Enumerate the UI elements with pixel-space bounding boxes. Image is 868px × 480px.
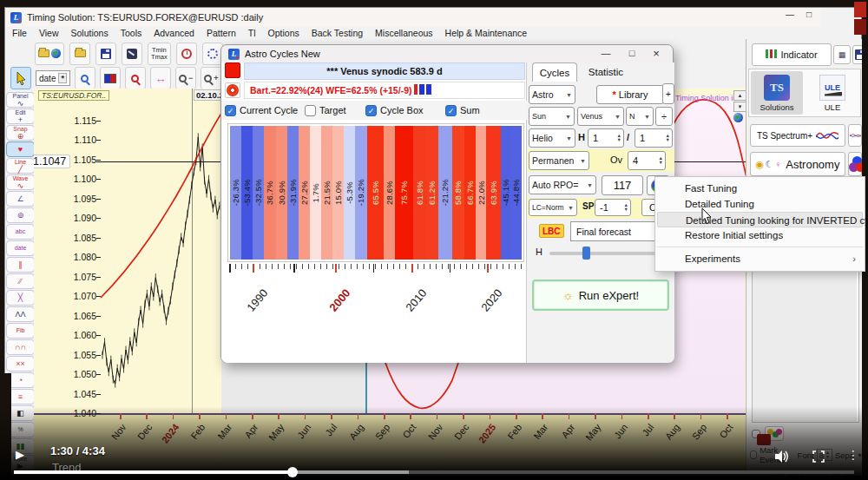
date-step-extra-button[interactable]: *: [58, 73, 67, 83]
menu-item-back-testing[interactable]: Back Testing: [312, 28, 363, 38]
menu-item-tl[interactable]: Tl: [248, 28, 256, 38]
heatmap-band[interactable]: 36.7%: [264, 126, 275, 260]
scroll-up-button[interactable]: ▲: [733, 90, 746, 101]
open-chart-button[interactable]: [35, 43, 64, 65]
harmonic1-spinner[interactable]: 1▲▼: [588, 128, 624, 148]
harmonic2-spinner[interactable]: 1▲▼: [635, 128, 673, 148]
sp-spinner[interactable]: -1▲▼: [595, 199, 631, 216]
checkbox-sum[interactable]: ✓Sum: [445, 105, 480, 116]
lc-dropdown[interactable]: LC=Norm▼: [529, 199, 577, 216]
context-menu-item-detailed-tuning-looking-for-in[interactable]: Detailed Tuning looking for INVERTED cyc…: [657, 212, 863, 227]
body2-dropdown[interactable]: Venus▼: [577, 107, 624, 126]
checkbox-current-cycle[interactable]: ✓Current Cycle: [225, 105, 298, 116]
h-slider-track[interactable]: [549, 252, 657, 255]
helio-dropdown[interactable]: Helio▼: [529, 128, 575, 148]
solutions-module-button[interactable]: TS Solutions: [751, 71, 803, 115]
heatmap-band[interactable]: 61.2%: [426, 126, 437, 260]
dialog-maximize-button[interactable]: □: [621, 47, 643, 61]
heatmap-band[interactable]: 75.7%: [395, 126, 413, 260]
checkbox-target[interactable]: Target: [305, 105, 346, 116]
overtones-spinner[interactable]: 4▲▼: [628, 151, 666, 170]
heatmap-band[interactable]: -5.3%: [344, 126, 355, 260]
panel-tool[interactable]: Panel∿: [6, 92, 35, 108]
heatmap-band[interactable]: 30.9%: [276, 126, 287, 260]
final-forecast-field[interactable]: Final forecast: [570, 221, 667, 241]
maximize-button[interactable]: □: [799, 9, 819, 22]
heatmap-band[interactable]: 21.5%: [321, 126, 332, 260]
heatmap-band[interactable]: -53.4%: [241, 126, 253, 260]
library-button[interactable]: * Library: [596, 85, 664, 104]
image-button[interactable]: ▦: [833, 45, 851, 64]
heatmap-band[interactable]: 27.2%: [299, 126, 310, 260]
line-tool[interactable]: Line╱: [6, 158, 35, 174]
heatmap-band[interactable]: 58.8%: [452, 126, 464, 260]
video-play-icon[interactable]: ▶: [16, 448, 24, 461]
heatmap-band[interactable]: -31.9%: [287, 126, 299, 260]
heatmap-band[interactable]: 22.0%: [476, 126, 486, 260]
open-folder-button[interactable]: [69, 43, 90, 65]
channel-tool[interactable]: ∥: [6, 257, 35, 273]
heatmap-band[interactable]: -32.5%: [253, 126, 264, 260]
context-menu-item-restore-initial-settings[interactable]: Restore Initial settings: [655, 227, 865, 243]
heatmap-band[interactable]: 15.0%: [332, 126, 344, 260]
snap-tool[interactable]: Snap⊕: [6, 125, 35, 141]
zoom-out-button[interactable]: −: [175, 67, 196, 89]
planet-colors-button[interactable]: [848, 152, 862, 176]
h-slider-thumb[interactable]: [582, 247, 590, 260]
heatmap-band[interactable]: -45.1%: [501, 126, 511, 260]
volume-icon[interactable]: [775, 450, 791, 463]
downloader-button[interactable]: [122, 43, 142, 65]
menu-item-view[interactable]: View: [39, 28, 59, 38]
heatmap-band[interactable]: 66.7%: [464, 126, 476, 260]
color-square-button[interactable]: [100, 67, 121, 89]
heatmap-band[interactable]: 61.8%: [413, 126, 426, 260]
heatmap-band[interactable]: 65.5%: [367, 126, 384, 260]
arcs-tool[interactable]: ∩∩: [6, 339, 35, 355]
kebab-menu-icon[interactable]: ⋮: [847, 448, 859, 462]
video-progress-bar[interactable]: [14, 470, 854, 474]
heatmap-band[interactable]: -44.8%: [511, 126, 522, 260]
mark-events-checkbox[interactable]: [750, 450, 757, 459]
menu-item-pattern[interactable]: Pattern: [207, 28, 236, 38]
auto-rpo-dropdown[interactable]: Auto RPO=▼: [529, 175, 596, 194]
planets-tool[interactable]: ⊚: [6, 207, 35, 223]
fib-tool[interactable]: Fib: [6, 323, 35, 339]
zoom-region-button[interactable]: [125, 67, 146, 89]
dialog-close-button[interactable]: ×: [645, 47, 667, 61]
tab-statistic[interactable]: Statistic: [581, 62, 631, 82]
wave-tool[interactable]: Wave∿: [6, 174, 35, 190]
edit-tool[interactable]: Edit+: [6, 108, 35, 124]
tmin-tmax-button[interactable]: TminTmax: [148, 43, 171, 65]
save-button[interactable]: [95, 43, 116, 65]
permanent-dropdown[interactable]: Permanen▼: [529, 151, 589, 170]
favorite-tool[interactable]: ♥: [6, 141, 35, 157]
horizontal-range-button[interactable]: ↔: [150, 67, 171, 89]
date-step-field[interactable]: date*: [36, 70, 70, 86]
heatmap-band[interactable]: -19.2%: [355, 126, 366, 260]
text-tool[interactable]: abc: [6, 224, 35, 240]
tab-cycles[interactable]: Cycles: [532, 62, 577, 82]
menu-item-advanced[interactable]: Advanced: [154, 28, 194, 38]
cycle-settings-button[interactable]: [225, 82, 240, 98]
cycle-heatmap[interactable]: -26.3%-53.4%-32.5%36.7%30.9%-31.9%27.2%1…: [227, 123, 524, 262]
menu-item-options[interactable]: Options: [268, 28, 299, 38]
context-menu-item-detailed-tuning[interactable]: Detailed Tuning: [655, 196, 865, 212]
astronomy-button[interactable]: ◉☾♀ Astronomy: [750, 152, 845, 176]
library-add-button[interactable]: +: [662, 83, 674, 104]
menu-item-tools[interactable]: Tools: [121, 28, 142, 38]
fullscreen-icon[interactable]: [812, 450, 825, 463]
date-tool[interactable]: date: [6, 240, 35, 256]
heatmap-band[interactable]: 1.7%: [310, 126, 321, 260]
cross-lines-tool[interactable]: ××: [6, 356, 35, 372]
pointer-button[interactable]: [10, 67, 31, 89]
menu-item-help-maintenance[interactable]: Help & Maintenance: [445, 28, 528, 38]
crosshatch-tool[interactable]: ╳: [6, 290, 35, 306]
context-menu-item-fast-tuning[interactable]: Fast Tuning: [655, 181, 865, 196]
ule-module-button[interactable]: ULE ULE: [806, 71, 858, 115]
menu-item-file[interactable]: File: [12, 28, 27, 38]
menu-item-solutions[interactable]: Solutions: [71, 28, 108, 38]
heatmap-band[interactable]: 63.9%: [486, 126, 500, 260]
spectrum-extra-button[interactable]: [848, 124, 862, 147]
node-dropdown[interactable]: N▼: [626, 107, 654, 126]
minimize-button[interactable]: —: [780, 9, 799, 22]
